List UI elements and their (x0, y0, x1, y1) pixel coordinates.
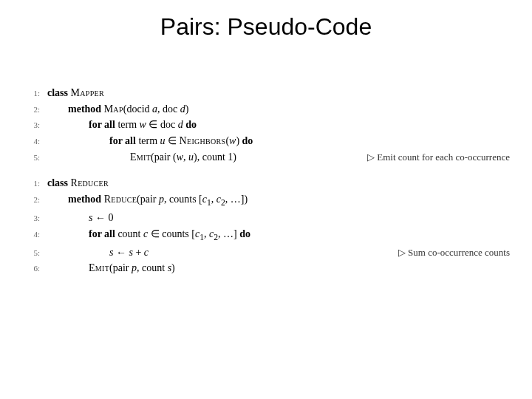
code-text: s ← s + c (47, 245, 398, 261)
code-line: 6: Emit(pair p, count s) (21, 260, 517, 276)
code-comment: ▷ Sum co-occurrence counts (398, 245, 517, 260)
code-text: s ← 0 (47, 210, 517, 226)
line-number: 2: (21, 103, 47, 116)
code-comment: ▷ Emit count for each co-occurrence (367, 150, 517, 165)
code-text: method Reduce(pair p, counts [c1, c2, …]… (47, 191, 517, 210)
code-text: Emit(pair p, count s) (47, 260, 517, 276)
slide: Pairs: Pseudo-Code 1: class Mapper 2: me… (0, 0, 532, 399)
code-line: 5: s ← s + c ▷ Sum co-occurrence counts (21, 245, 517, 261)
line-number: 4: (21, 228, 47, 241)
line-number: 1: (21, 87, 47, 100)
line-number: 5: (21, 247, 47, 259)
code-text: Emit(pair (w, u), count 1) (47, 149, 367, 166)
code-text: for all term u ∈ Neighbors(w) do (47, 133, 517, 149)
code-line: 1: class Reducer (21, 175, 517, 191)
line-number: 6: (21, 262, 47, 275)
code-line: 1: class Mapper (21, 85, 517, 101)
code-line: 3: s ← 0 (21, 210, 517, 226)
code-line: 2: method Reduce(pair p, counts [c1, c2,… (21, 191, 517, 210)
code-text: class Mapper (47, 85, 517, 101)
code-line: 4: for all term u ∈ Neighbors(w) do (21, 133, 517, 149)
code-line: 5: Emit(pair (w, u), count 1) ▷ Emit cou… (21, 149, 517, 166)
code-line: 3: for all term w ∈ doc d do (21, 117, 517, 133)
reducer-block: 1: class Reducer 2: method Reduce(pair p… (0, 175, 532, 276)
code-text: for all term w ∈ doc d do (47, 117, 517, 133)
line-number: 1: (21, 177, 47, 190)
line-number: 5: (21, 151, 47, 164)
code-line: 2: method Map(docid a, doc d) (21, 101, 517, 117)
line-number: 3: (21, 119, 47, 132)
slide-title: Pairs: Pseudo-Code (0, 0, 532, 85)
mapper-block: 1: class Mapper 2: method Map(docid a, d… (0, 85, 532, 165)
code-line: 4: for all count c ∈ counts [c1, c2, …] … (21, 226, 517, 245)
code-text: class Reducer (47, 175, 517, 191)
line-number: 3: (21, 212, 47, 225)
code-text: method Map(docid a, doc d) (47, 101, 517, 117)
line-number: 2: (21, 194, 47, 206)
code-text: for all count c ∈ counts [c1, c2, …] do (47, 226, 517, 245)
line-number: 4: (21, 135, 47, 148)
